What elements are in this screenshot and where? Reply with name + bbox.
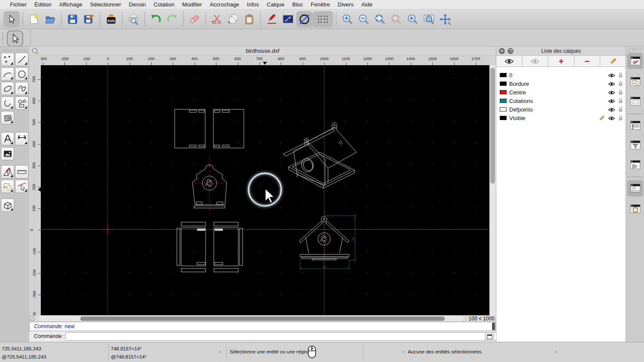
delete-select-tool[interactable] (15, 180, 28, 193)
layer-visible-icon[interactable] (608, 72, 615, 80)
remove-layer-button[interactable]: − (574, 56, 601, 66)
hatch-tool[interactable] (1, 111, 14, 124)
draw-order-button[interactable] (264, 11, 280, 27)
layer-visible-icon[interactable] (608, 98, 615, 106)
menu-fenetre[interactable]: Fenêtre (307, 1, 334, 8)
copy-button[interactable] (225, 11, 241, 27)
view-panel-button[interactable] (627, 157, 643, 173)
vertical-scrollbar[interactable] (489, 65, 496, 315)
layer-lock-icon[interactable] (618, 89, 623, 97)
command-input[interactable] (65, 332, 512, 341)
menu-divers[interactable]: Divers (334, 1, 358, 8)
layer-visible-icon[interactable] (608, 106, 615, 114)
delete-eraser-button[interactable] (186, 11, 203, 27)
hide-all-layers-button[interactable] (522, 56, 549, 66)
restrict-nothing-button[interactable] (296, 11, 313, 27)
save-as-button[interactable] (81, 11, 97, 27)
property-list-panel-button[interactable] (627, 117, 643, 133)
clipboard-panel-button[interactable] (627, 201, 643, 217)
dock-drag-handle[interactable] (629, 48, 641, 50)
layer-row-visible-current[interactable]: Visible (496, 114, 626, 122)
menu-accrochage[interactable]: Accrochage (206, 1, 243, 8)
selection-pointer-button[interactable] (7, 30, 23, 47)
menu-edition[interactable]: Édition (30, 1, 55, 8)
horizontal-scrollbar-thumb[interactable] (80, 317, 445, 321)
layer-panel-titlebar[interactable]: ✕ ❐ Liste des calques (496, 46, 626, 56)
menu-dessin[interactable]: Dessin (125, 1, 150, 8)
redo-button[interactable] (164, 11, 180, 27)
zoom-auto-button[interactable] (372, 11, 388, 27)
horizontal-scrollbar[interactable] (39, 316, 464, 321)
menu-cotation[interactable]: Cotation (150, 1, 178, 8)
menu-infos[interactable]: Infos (243, 1, 263, 8)
ellipse-tool[interactable] (1, 82, 14, 95)
layer-visible-icon[interactable] (608, 81, 615, 88)
menu-affichage[interactable]: Affichage (55, 1, 86, 8)
points-tool[interactable] (1, 53, 14, 66)
layer-row-0[interactable]: 0 (496, 71, 626, 79)
menu-selectionner[interactable]: Sélectionner (86, 1, 125, 8)
layer-lock-icon[interactable] (618, 72, 623, 80)
grid-toggle-button[interactable] (313, 11, 333, 27)
pan-button[interactable] (437, 11, 453, 27)
text-tool[interactable] (1, 132, 14, 145)
zoom-selection-button[interactable] (388, 11, 404, 27)
zoom-window-button[interactable] (421, 11, 437, 27)
palette-drag-handle[interactable] (3, 50, 27, 51)
edit-layer-button[interactable] (600, 56, 626, 66)
open-file-button[interactable] (42, 11, 58, 27)
menu-calque[interactable]: Calque (263, 1, 288, 8)
menu-aide[interactable]: Aide (357, 1, 376, 8)
command-options-button[interactable] (485, 332, 494, 341)
history-scrollbar[interactable] (492, 323, 495, 330)
layer-row-bordure[interactable]: Bordure (496, 79, 626, 88)
svg-export-button[interactable]: SVG (103, 11, 119, 27)
layer-visible-icon[interactable] (608, 89, 615, 97)
menu-bloc[interactable]: Bloc (288, 1, 307, 8)
layer-lock-icon[interactable] (618, 106, 623, 114)
command-line-panel-button[interactable] (627, 180, 643, 196)
layer-row-defpoints[interactable]: Defpoints (496, 105, 626, 114)
layer-lock-icon[interactable] (618, 115, 623, 123)
shapes-tool[interactable] (15, 97, 28, 110)
select-tool-button[interactable] (3, 11, 20, 27)
dimension-tool[interactable] (15, 132, 28, 145)
block-list-panel-button[interactable] (627, 73, 643, 90)
menu-fichier[interactable]: Fichier (6, 1, 30, 8)
arc-tool[interactable] (1, 67, 14, 81)
zoom-out-button[interactable] (355, 11, 372, 27)
show-all-layers-button[interactable] (496, 56, 522, 66)
spline-tool[interactable] (15, 82, 28, 95)
zoom-previous-button[interactable] (404, 11, 421, 27)
circle-tool[interactable] (15, 67, 28, 81)
save-button[interactable] (64, 11, 81, 27)
paste-button[interactable] (241, 11, 258, 27)
layer-row-centre[interactable]: Centre (496, 88, 626, 97)
layer-visible-icon[interactable] (608, 115, 615, 123)
undo-button[interactable] (148, 11, 164, 27)
view-3d-tool[interactable] (1, 199, 14, 212)
print-preview-button[interactable] (125, 11, 142, 27)
line-tool[interactable] (15, 53, 28, 66)
drawing-canvas[interactable]: 220 205 (41, 65, 489, 315)
layer-lock-icon[interactable] (618, 81, 623, 88)
image-tool[interactable] (1, 147, 14, 160)
layer-lock-icon[interactable] (618, 98, 623, 106)
toolbar-drag-handle[interactable] (2, 32, 3, 44)
selection-filter-panel-button[interactable] (627, 137, 643, 153)
cut-button[interactable] (209, 11, 225, 27)
polyline-tool[interactable] (1, 97, 14, 110)
library-browser-button[interactable] (627, 93, 643, 109)
menu-modifier[interactable]: Modifier (178, 1, 206, 8)
angle-reference-button[interactable] (280, 11, 296, 27)
zoom-in-button[interactable] (339, 11, 355, 27)
layer-list-panel-button[interactable] (627, 53, 643, 69)
add-layer-button[interactable]: + (548, 56, 574, 66)
new-document-button[interactable] (26, 11, 42, 27)
vertical-scrollbar-thumb[interactable] (490, 68, 495, 184)
measure-tool[interactable] (15, 165, 28, 178)
modify-tool[interactable] (1, 180, 14, 193)
draw-measure-tool[interactable] (1, 165, 14, 178)
drawing-window-titlebar[interactable]: birdhouse.dxf (29, 46, 496, 56)
layer-row-cotations[interactable]: Cotations (496, 97, 626, 105)
